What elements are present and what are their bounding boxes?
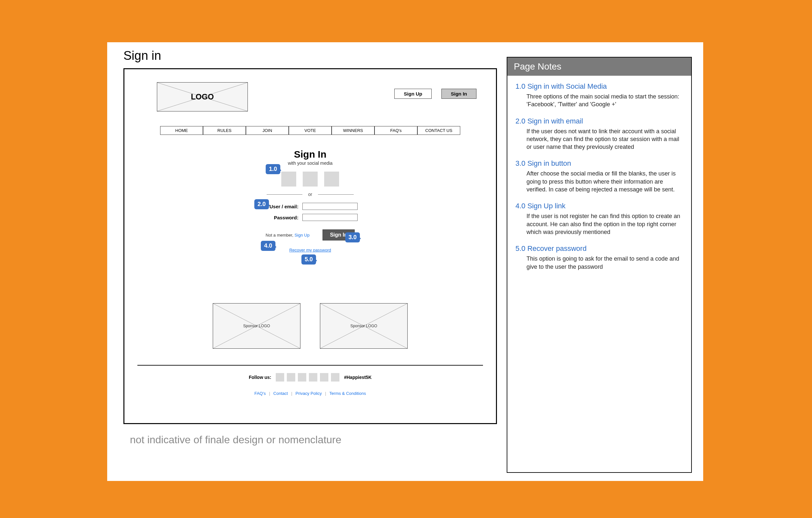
signin-subheading: with your social media bbox=[288, 161, 332, 166]
password-label: Password: bbox=[263, 215, 298, 220]
follow-icon-3[interactable] bbox=[298, 373, 306, 382]
footer-links: FAQ's | Contact | Privacy Policy | Terms… bbox=[124, 391, 496, 396]
sponsor-logo-1: Sponsor LOGO bbox=[213, 303, 300, 349]
note-desc-2: If the user does not want to link their … bbox=[516, 127, 683, 151]
footer-contact[interactable]: Contact bbox=[273, 391, 288, 396]
callout-2: 2.0 bbox=[254, 199, 269, 209]
footer-privacy[interactable]: Privacy Policy bbox=[296, 391, 322, 396]
or-label: or bbox=[308, 192, 312, 197]
recover-password-link[interactable]: Recover my password bbox=[289, 248, 331, 252]
footer-terms[interactable]: Terms & Conditions bbox=[329, 391, 366, 396]
not-member-text: Not a member, bbox=[266, 233, 293, 238]
nav-contact[interactable]: CONTACT US bbox=[417, 126, 460, 135]
note-title-3: 3.0 Sign in button bbox=[516, 159, 683, 168]
social-googleplus-icon[interactable] bbox=[324, 171, 339, 187]
sign-up-button-top[interactable]: Sign Up bbox=[394, 89, 432, 99]
note-title-4: 4.0 Sign Up link bbox=[516, 202, 683, 210]
nav-join[interactable]: JOIN bbox=[246, 126, 289, 135]
note-desc-5: This option is going to ask for the emai… bbox=[516, 255, 683, 271]
note-title-5: 5.0 Recover password bbox=[516, 244, 683, 253]
follow-icon-4[interactable] bbox=[309, 373, 317, 382]
callout-3: 3.0 bbox=[345, 233, 360, 242]
follow-icon-6[interactable] bbox=[331, 373, 340, 382]
page-notes-header: Page Notes bbox=[508, 57, 691, 76]
hashtag: #Happiest5K bbox=[344, 375, 372, 380]
note-desc-4: If the user is not register he can find … bbox=[516, 212, 683, 236]
logo-label: LOGO bbox=[157, 83, 248, 111]
page-title: Sign in bbox=[123, 49, 161, 63]
note-desc-3: After choose the social media or fill th… bbox=[516, 170, 683, 193]
note-title-1: 1.0 Sign in with Social Media bbox=[516, 82, 683, 91]
sign-in-button-top[interactable]: Sign In bbox=[441, 89, 476, 99]
follow-icons bbox=[276, 373, 340, 382]
nav-vote[interactable]: VOTE bbox=[289, 126, 331, 135]
social-login-row bbox=[281, 171, 339, 187]
callout-5: 5.0 bbox=[301, 254, 316, 265]
callout-1: 1.0 bbox=[266, 164, 280, 174]
follow-icon-5[interactable] bbox=[320, 373, 328, 382]
main-nav: HOME RULES JOIN VOTE WINNERS FAQ's CONTA… bbox=[160, 126, 460, 135]
footer-divider bbox=[137, 365, 483, 365]
sponsor-label-1: Sponsor LOGO bbox=[213, 303, 300, 348]
footer-faqs[interactable]: FAQ's bbox=[254, 391, 266, 396]
logo-placeholder: LOGO bbox=[157, 82, 248, 111]
follow-us-label: Follow us: bbox=[249, 375, 271, 380]
follow-icon-2[interactable] bbox=[287, 373, 295, 382]
social-twitter-icon[interactable] bbox=[303, 171, 318, 187]
social-facebook-icon[interactable] bbox=[281, 171, 296, 187]
follow-icon-1[interactable] bbox=[276, 373, 284, 382]
note-title-2: 2.0 Sign in with email bbox=[516, 117, 683, 126]
nav-home[interactable]: HOME bbox=[160, 126, 203, 135]
user-email-input[interactable] bbox=[302, 203, 357, 210]
page-notes-panel: Page Notes 1.0 Sign in with Social Media… bbox=[507, 57, 692, 473]
wireframe-panel: LOGO Sign Up Sign In HOME RULES JOIN VOT… bbox=[123, 68, 497, 424]
nav-rules[interactable]: RULES bbox=[203, 126, 246, 135]
callout-4: 4.0 bbox=[261, 241, 276, 251]
password-input[interactable] bbox=[302, 214, 357, 221]
nav-winners[interactable]: WINNERS bbox=[331, 126, 375, 135]
sign-up-link[interactable]: Sign Up bbox=[295, 233, 310, 238]
disclaimer-text: not indicative of finale design or nomen… bbox=[130, 434, 341, 446]
sponsor-logo-2: Sponsor LOGO bbox=[320, 303, 408, 349]
signin-heading: Sign In bbox=[294, 149, 326, 160]
sponsor-label-2: Sponsor LOGO bbox=[320, 303, 407, 348]
note-desc-1: Three options of the main social media t… bbox=[516, 92, 683, 109]
or-divider: or bbox=[267, 192, 354, 197]
nav-faqs[interactable]: FAQ's bbox=[375, 126, 417, 135]
